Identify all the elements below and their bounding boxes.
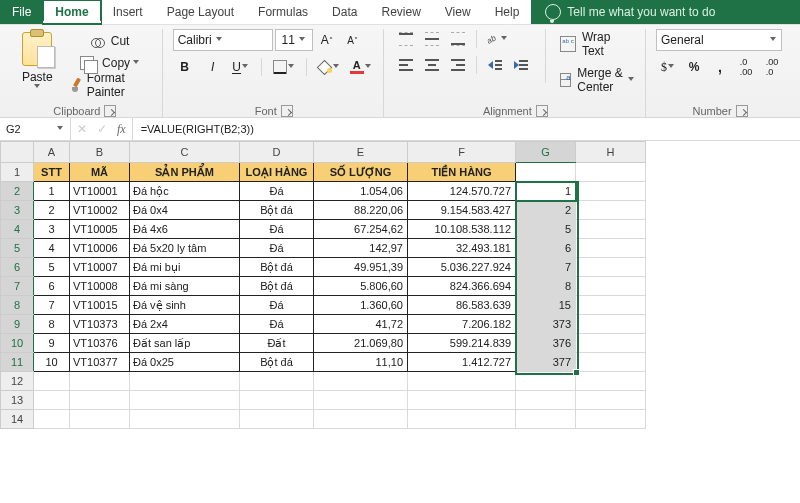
underline-button[interactable]: U (229, 57, 253, 77)
cancel-formula-button[interactable]: ✕ (77, 122, 87, 136)
enter-formula-button[interactable]: ✓ (97, 122, 107, 136)
row-header[interactable]: 12 (1, 372, 34, 391)
cell[interactable]: VT10008 (70, 277, 130, 296)
cell[interactable] (576, 163, 646, 182)
cell[interactable]: 1 (34, 182, 70, 201)
row-header[interactable]: 14 (1, 410, 34, 429)
cell[interactable] (576, 258, 646, 277)
fill-color-button[interactable] (315, 57, 343, 77)
cell[interactable]: 1.360,60 (314, 296, 408, 315)
cell[interactable]: 32.493.181 (408, 239, 516, 258)
comma-format-button[interactable]: , (708, 57, 732, 77)
cell[interactable]: 7 (516, 258, 576, 277)
row-header[interactable]: 4 (1, 220, 34, 239)
row-header[interactable]: 5 (1, 239, 34, 258)
cell[interactable]: 11,10 (314, 353, 408, 372)
cell[interactable]: 15 (516, 296, 576, 315)
cell[interactable]: 5 (34, 258, 70, 277)
col-header-d[interactable]: D (240, 142, 314, 163)
cell[interactable] (576, 239, 646, 258)
accounting-format-button[interactable]: $ (656, 57, 680, 77)
tab-help[interactable]: Help (483, 0, 532, 24)
col-header-e[interactable]: E (314, 142, 408, 163)
cell[interactable]: 1.054,06 (314, 182, 408, 201)
cell[interactable]: VT10001 (70, 182, 130, 201)
cell[interactable]: VT10006 (70, 239, 130, 258)
cell[interactable]: 41,72 (314, 315, 408, 334)
cell[interactable] (516, 372, 576, 391)
cell[interactable] (576, 334, 646, 353)
cell[interactable] (70, 410, 130, 429)
cell[interactable]: 10.108.538.112 (408, 220, 516, 239)
cell[interactable] (576, 182, 646, 201)
cell[interactable] (70, 372, 130, 391)
merge-center-button[interactable]: Merge & Center (557, 65, 637, 95)
row-header[interactable]: 2 (1, 182, 34, 201)
align-top-button[interactable] (394, 29, 418, 49)
dialog-launcher[interactable] (281, 105, 293, 117)
cell[interactable] (576, 353, 646, 372)
row-header[interactable]: 13 (1, 391, 34, 410)
cell[interactable]: 6 (34, 277, 70, 296)
cell[interactable]: 4 (34, 239, 70, 258)
cell[interactable] (576, 410, 646, 429)
cell[interactable] (314, 410, 408, 429)
cell[interactable]: VT10005 (70, 220, 130, 239)
cell[interactable]: 2 (516, 201, 576, 220)
cell[interactable]: Đá vệ sinh (130, 296, 240, 315)
paste-button[interactable]: Paste (16, 29, 58, 92)
col-header-h[interactable]: H (576, 142, 646, 163)
cell[interactable]: Bột đá (240, 258, 314, 277)
row-header[interactable]: 6 (1, 258, 34, 277)
cell[interactable]: SỐ LƯỢNG (314, 163, 408, 182)
cell[interactable]: 7 (34, 296, 70, 315)
cell[interactable] (240, 391, 314, 410)
row-header[interactable]: 7 (1, 277, 34, 296)
cell[interactable] (240, 410, 314, 429)
row-header[interactable]: 1 (1, 163, 34, 182)
tab-file[interactable]: File (0, 0, 43, 24)
cell[interactable]: STT (34, 163, 70, 182)
align-right-button[interactable] (446, 55, 470, 75)
cell[interactable]: VT10373 (70, 315, 130, 334)
col-header-a[interactable]: A (34, 142, 70, 163)
font-size-select[interactable]: 11 (275, 29, 313, 51)
tab-view[interactable]: View (433, 0, 483, 24)
cell[interactable]: 5.036.227.924 (408, 258, 516, 277)
dialog-launcher[interactable] (536, 105, 548, 117)
cell[interactable]: Đá 2x4 (130, 315, 240, 334)
cell[interactable]: 824.366.694 (408, 277, 516, 296)
number-format-select[interactable]: General (656, 29, 782, 51)
row-header[interactable]: 10 (1, 334, 34, 353)
copy-button[interactable]: Copy (66, 53, 153, 73)
dialog-launcher[interactable] (736, 105, 748, 117)
cell[interactable]: Đá 5x20 ly tâm (130, 239, 240, 258)
cell[interactable]: 6 (516, 239, 576, 258)
tab-page-layout[interactable]: Page Layout (155, 0, 246, 24)
cell[interactable]: Đất san lấp (130, 334, 240, 353)
cell[interactable] (576, 391, 646, 410)
cell[interactable]: Đá hộc (130, 182, 240, 201)
cell[interactable]: Đá (240, 296, 314, 315)
cell[interactable] (240, 372, 314, 391)
tab-review[interactable]: Review (369, 0, 432, 24)
cell[interactable] (70, 391, 130, 410)
col-header-f[interactable]: F (408, 142, 516, 163)
format-painter-button[interactable]: Format Painter (66, 75, 153, 95)
cell[interactable] (576, 201, 646, 220)
cell[interactable]: Đá mi bụi (130, 258, 240, 277)
cell[interactable]: 1 (516, 182, 576, 201)
font-color-button[interactable]: A (347, 57, 375, 77)
cell[interactable]: TIỀN HÀNG (408, 163, 516, 182)
cell[interactable]: VT10376 (70, 334, 130, 353)
cell[interactable]: 376 (516, 334, 576, 353)
name-box[interactable]: G2 (0, 118, 71, 140)
cell[interactable] (314, 391, 408, 410)
cell[interactable]: Đá (240, 220, 314, 239)
decrease-indent-button[interactable] (483, 55, 507, 75)
cell[interactable] (34, 372, 70, 391)
col-header-g[interactable]: G (516, 142, 576, 163)
orientation-button[interactable] (483, 29, 511, 49)
cell[interactable]: 49.951,39 (314, 258, 408, 277)
cell[interactable] (408, 410, 516, 429)
